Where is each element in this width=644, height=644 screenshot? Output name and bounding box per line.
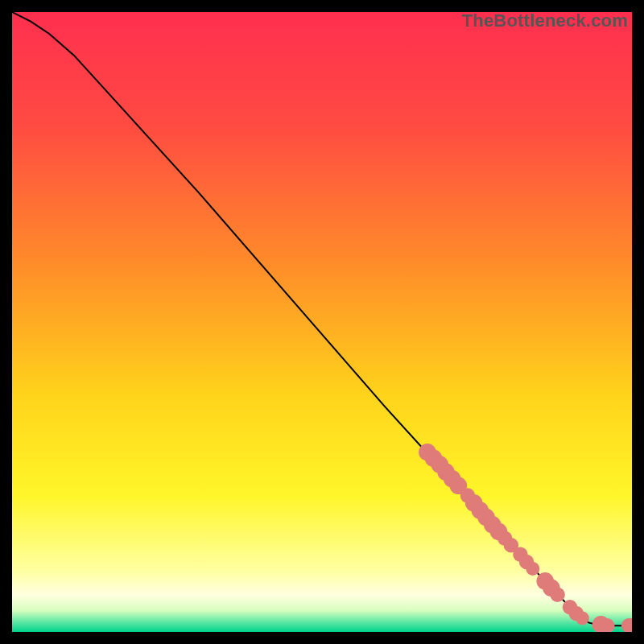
watermark-text: TheBottleneck.com xyxy=(462,10,628,31)
plot-background xyxy=(12,12,632,632)
data-marker xyxy=(576,612,589,625)
data-marker xyxy=(550,588,564,602)
data-marker xyxy=(526,562,539,576)
chart-svg xyxy=(12,12,632,632)
chart-frame: TheBottleneck.com xyxy=(12,12,632,632)
